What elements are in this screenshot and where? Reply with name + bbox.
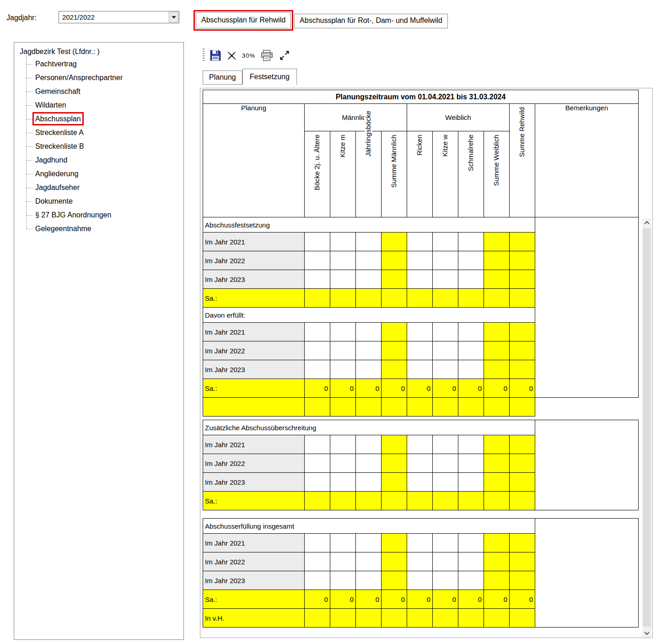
delete-icon[interactable] xyxy=(226,50,237,61)
value-cell[interactable] xyxy=(330,435,356,454)
value-cell[interactable] xyxy=(356,398,382,417)
value-cell[interactable] xyxy=(330,473,356,492)
value-cell[interactable] xyxy=(510,571,535,590)
tree-item[interactable]: Gelegeentnahme xyxy=(21,222,183,236)
value-cell[interactable] xyxy=(458,251,484,270)
tree-item[interactable]: Streckenliste B xyxy=(21,140,183,153)
value-cell[interactable]: 0 xyxy=(458,590,484,609)
toolbar-grip-icon[interactable] xyxy=(203,49,204,62)
value-cell[interactable] xyxy=(458,398,484,417)
value-cell[interactable] xyxy=(407,360,433,379)
value-cell[interactable] xyxy=(407,289,433,308)
value-cell[interactable] xyxy=(382,473,407,492)
value-cell[interactable]: 0 xyxy=(484,590,510,609)
scroll-down-button[interactable] xyxy=(642,628,651,638)
value-cell[interactable] xyxy=(356,492,382,510)
value-cell[interactable] xyxy=(305,289,330,308)
value-cell[interactable] xyxy=(510,473,535,492)
value-cell[interactable] xyxy=(484,270,510,289)
value-cell[interactable] xyxy=(356,454,382,473)
value-cell[interactable] xyxy=(433,323,458,341)
value-cell[interactable]: 0 xyxy=(330,379,356,398)
value-cell[interactable] xyxy=(484,398,510,417)
value-cell[interactable] xyxy=(382,571,407,590)
scroll-up-button[interactable] xyxy=(642,218,651,227)
tab-planung[interactable]: Planung xyxy=(203,70,242,85)
value-cell[interactable] xyxy=(458,341,484,360)
value-cell[interactable] xyxy=(484,534,510,552)
value-cell[interactable] xyxy=(305,270,330,289)
value-cell[interactable] xyxy=(330,534,356,552)
value-cell[interactable]: 0 xyxy=(458,379,484,398)
zoom-level[interactable]: 30% xyxy=(242,52,255,59)
value-cell[interactable] xyxy=(433,492,458,510)
value-cell[interactable]: 0 xyxy=(382,379,407,398)
tree-item[interactable]: Wildarten xyxy=(21,98,183,112)
value-cell[interactable] xyxy=(382,341,407,360)
value-cell[interactable] xyxy=(510,270,535,289)
value-cell[interactable] xyxy=(305,534,330,552)
value-cell[interactable] xyxy=(458,492,484,510)
dropdown-button[interactable] xyxy=(169,12,178,22)
value-cell[interactable] xyxy=(407,323,433,341)
value-cell[interactable] xyxy=(458,323,484,341)
value-cell[interactable]: 0 xyxy=(510,590,535,609)
value-cell[interactable] xyxy=(484,323,510,341)
bemerkungen-cell[interactable] xyxy=(535,519,639,628)
value-cell[interactable] xyxy=(305,360,330,379)
value-cell[interactable] xyxy=(458,534,484,552)
value-cell[interactable] xyxy=(356,360,382,379)
value-cell[interactable] xyxy=(330,233,356,251)
value-cell[interactable] xyxy=(458,435,484,454)
tree-item[interactable]: Angliederung xyxy=(21,167,183,181)
value-cell[interactable] xyxy=(382,323,407,341)
value-cell[interactable] xyxy=(458,360,484,379)
value-cell[interactable]: 0 xyxy=(356,379,382,398)
value-cell[interactable] xyxy=(407,251,433,270)
value-cell[interactable]: 0 xyxy=(330,590,356,609)
value-cell[interactable] xyxy=(407,609,433,628)
value-cell[interactable] xyxy=(433,454,458,473)
value-cell[interactable] xyxy=(484,473,510,492)
value-cell[interactable] xyxy=(510,323,535,341)
value-cell[interactable] xyxy=(330,571,356,590)
tree-item[interactable]: Abschussplan xyxy=(21,112,183,126)
value-cell[interactable] xyxy=(330,360,356,379)
value-cell[interactable] xyxy=(433,289,458,308)
value-cell[interactable] xyxy=(433,341,458,360)
value-cell[interactable] xyxy=(433,251,458,270)
value-cell[interactable] xyxy=(510,398,535,417)
value-cell[interactable] xyxy=(330,492,356,510)
value-cell[interactable] xyxy=(407,398,433,417)
value-cell[interactable] xyxy=(330,454,356,473)
value-cell[interactable] xyxy=(510,454,535,473)
value-cell[interactable] xyxy=(305,473,330,492)
value-cell[interactable] xyxy=(458,454,484,473)
value-cell[interactable] xyxy=(330,341,356,360)
value-cell[interactable] xyxy=(407,270,433,289)
value-cell[interactable]: 0 xyxy=(484,379,510,398)
value-cell[interactable] xyxy=(382,435,407,454)
value-cell[interactable] xyxy=(356,552,382,571)
value-cell[interactable] xyxy=(510,492,535,510)
value-cell[interactable] xyxy=(305,251,330,270)
value-cell[interactable] xyxy=(433,571,458,590)
tab-festsetzung[interactable]: Festsetzung xyxy=(242,69,297,85)
value-cell[interactable] xyxy=(433,398,458,417)
scrollbar-thumb[interactable] xyxy=(643,228,651,627)
value-cell[interactable] xyxy=(305,571,330,590)
tree-root-item[interactable]: Jagdbezirk Test (Lfdnr.: ) xyxy=(14,43,183,57)
value-cell[interactable] xyxy=(433,270,458,289)
value-cell[interactable] xyxy=(510,251,535,270)
value-cell[interactable]: 0 xyxy=(433,379,458,398)
value-cell[interactable] xyxy=(305,454,330,473)
save-icon[interactable] xyxy=(210,49,221,61)
value-cell[interactable] xyxy=(510,360,535,379)
value-cell[interactable]: 0 xyxy=(382,590,407,609)
tab-abschussplan-rot-dam-muffelwild[interactable]: Abschussplan für Rot-, Dam- und Muffelwi… xyxy=(294,14,448,28)
value-cell[interactable] xyxy=(356,534,382,552)
value-cell[interactable] xyxy=(484,492,510,510)
value-cell[interactable] xyxy=(382,552,407,571)
value-cell[interactable] xyxy=(433,552,458,571)
value-cell[interactable]: 0 xyxy=(407,590,433,609)
